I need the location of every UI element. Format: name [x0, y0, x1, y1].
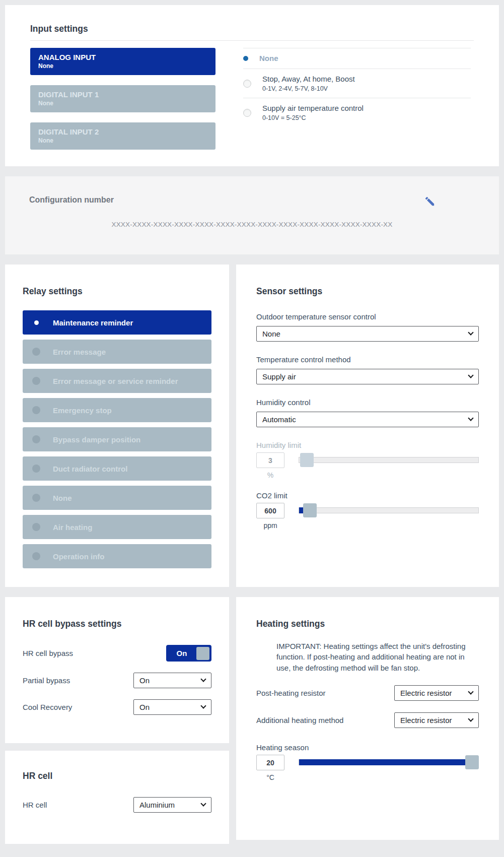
bullet-icon	[32, 465, 40, 473]
hr-cell-bypass-toggle[interactable]: On	[166, 645, 211, 662]
input-settings-panel: Input settings ANALOG INPUT None DIGITAL…	[5, 5, 499, 166]
option-supply-air-temperature-control[interactable]: Supply air temperature control 0-10V = 5…	[243, 98, 471, 127]
select-value: Electric resistor	[400, 689, 452, 697]
heating-season-value[interactable]: 20	[256, 755, 284, 770]
radio-icon[interactable]	[243, 80, 251, 88]
toggle-knob[interactable]	[196, 647, 209, 660]
configuration-number-value: XXXX-XXXX-XXXX-XXXX-XXXX-XXXX-XXXX-XXXX-…	[29, 221, 475, 228]
select-value: Supply air	[262, 372, 296, 381]
slider-track[interactable]	[299, 457, 479, 463]
hr-cell-bypass-settings-title: HR cell bypass settings	[23, 619, 211, 629]
bullet-icon	[32, 494, 40, 502]
co2-limit-unit: ppm	[256, 521, 284, 530]
bullet-icon	[32, 348, 40, 356]
relay-settings-title: Relay settings	[23, 286, 211, 297]
heating-season-label: Heating season	[256, 743, 479, 752]
input-button-digital-1[interactable]: DIGITAL INPUT 1 None	[30, 85, 215, 112]
slider-thumb[interactable]	[300, 453, 314, 467]
chevron-down-icon	[468, 689, 473, 695]
relay-item-duct-radiator-control[interactable]: Duct radiator control	[23, 456, 211, 481]
humidity-control-select[interactable]: Automatic	[256, 412, 479, 427]
input-button-digital-2[interactable]: DIGITAL INPUT 2 None	[30, 122, 215, 150]
option-label: None	[259, 53, 278, 63]
relay-item-none[interactable]: None	[23, 486, 211, 510]
partial-bypass-select[interactable]: On	[133, 673, 211, 688]
option-label: Supply air temperature control	[262, 103, 364, 113]
cool-recovery-select[interactable]: On	[133, 699, 211, 715]
select-value: Electric resistor	[400, 716, 452, 724]
humidity-limit-slider[interactable]	[299, 452, 479, 468]
humidity-limit-label: Humidity limit	[256, 441, 479, 449]
input-button-label: DIGITAL INPUT 2	[38, 127, 207, 137]
slider-thumb[interactable]	[303, 503, 317, 517]
humidity-limit-unit: %	[256, 471, 284, 479]
sensor-settings-title: Sensor settings	[256, 286, 479, 297]
chevron-down-icon	[200, 801, 206, 806]
relay-item-operation-info[interactable]: Operation info	[23, 544, 211, 568]
post-heating-resistor-label: Post-heating resistor	[256, 689, 326, 697]
bullet-icon	[32, 318, 40, 326]
relay-item-bypass-damper-position[interactable]: Bypass damper position	[23, 427, 211, 451]
additional-heating-method-select[interactable]: Electric resistor	[394, 712, 479, 728]
select-value: Aluminium	[139, 801, 175, 809]
relay-item-error-message[interactable]: Error message	[23, 340, 211, 364]
relay-item-air-heating[interactable]: Air heating	[23, 515, 211, 539]
co2-limit-label: CO2 limit	[256, 491, 479, 500]
heating-important-notice: IMPORTANT: Heating settings affect the u…	[276, 641, 479, 673]
heating-season-slider[interactable]	[299, 755, 479, 770]
bullet-icon	[32, 552, 40, 560]
humidity-limit-value[interactable]: 3	[256, 452, 284, 468]
co2-limit-value[interactable]: 600	[256, 503, 284, 518]
slider-thumb[interactable]	[465, 755, 479, 769]
option-stop-away-athome-boost[interactable]: Stop, Away, At home, Boost 0-1V, 2-4V, 5…	[243, 69, 471, 98]
outdoor-temp-sensor-select[interactable]: None	[256, 326, 479, 342]
option-label: Stop, Away, At home, Boost	[262, 74, 355, 84]
relay-item-label: Air heating	[53, 523, 92, 532]
chevron-down-icon	[468, 329, 473, 335]
hr-cell-label: HR cell	[23, 801, 47, 809]
hr-cell-panel: HR cell HR cell Aluminium	[5, 751, 229, 844]
input-button-value: None	[38, 100, 207, 107]
partial-bypass-label: Partial bypass	[23, 676, 70, 685]
input-settings-title: Input settings	[30, 24, 474, 34]
relay-item-label: Error message	[53, 348, 106, 356]
option-sublabel: 0-1V, 2-4V, 5-7V, 8-10V	[262, 85, 355, 93]
relay-item-label: Duct radiator control	[53, 465, 127, 473]
heating-season-unit: °C	[256, 773, 284, 781]
input-button-label: DIGITAL INPUT 1	[38, 90, 207, 100]
chevron-down-icon	[200, 676, 206, 682]
input-button-analog[interactable]: ANALOG INPUT None	[30, 48, 215, 75]
pencil-icon[interactable]	[424, 195, 436, 207]
hr-cell-select[interactable]: Aluminium	[133, 797, 211, 813]
select-value: On	[139, 676, 150, 685]
temperature-control-method-label: Temperature control method	[256, 355, 479, 364]
analog-input-option-list: None Stop, Away, At home, Boost 0-1V, 2-…	[243, 48, 471, 160]
co2-limit-slider[interactable]	[299, 503, 479, 518]
bullet-icon	[32, 435, 40, 443]
relay-item-label: None	[53, 494, 72, 502]
relay-item-label: Emergency stop	[53, 406, 112, 415]
sensor-settings-panel: Sensor settings Outdoor temperature sens…	[236, 265, 499, 587]
post-heating-resistor-select[interactable]: Electric resistor	[394, 685, 479, 701]
slider-track[interactable]	[299, 507, 479, 513]
input-button-value: None	[38, 62, 207, 70]
chevron-down-icon	[468, 372, 473, 378]
bullet-icon	[32, 523, 40, 531]
radio-selected-icon[interactable]	[243, 56, 248, 61]
radio-icon[interactable]	[243, 109, 251, 117]
option-sublabel: 0-10V = 5-25°C	[262, 114, 364, 122]
settings-page: Input settings ANALOG INPUT None DIGITAL…	[0, 0, 504, 857]
option-none[interactable]: None	[243, 48, 471, 69]
temperature-control-method-select[interactable]: Supply air	[256, 369, 479, 384]
chevron-down-icon	[468, 716, 473, 722]
relay-settings-panel: Relay settings Maintenance reminder Erro…	[5, 265, 229, 587]
relay-item-label: Operation info	[53, 552, 105, 561]
relay-item-emergency-stop[interactable]: Emergency stop	[23, 398, 211, 422]
relay-item-maintenance-reminder[interactable]: Maintenance reminder	[23, 310, 211, 335]
humidity-limit-group: Humidity limit 3 %	[256, 441, 479, 479]
configuration-number-title: Configuration number	[29, 195, 114, 205]
chevron-down-icon	[468, 415, 473, 421]
select-value: On	[139, 703, 150, 711]
humidity-control-label: Humidity control	[256, 398, 479, 407]
relay-item-error-or-service-reminder[interactable]: Error message or service reminder	[23, 369, 211, 393]
